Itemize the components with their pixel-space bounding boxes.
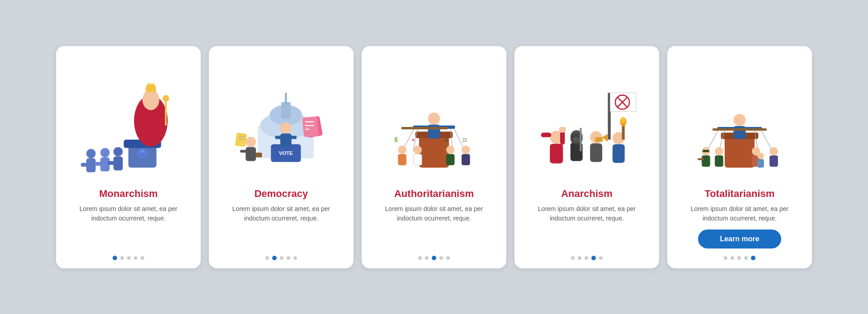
dot-3[interactable] — [744, 256, 748, 260]
dot-0[interactable] — [418, 256, 422, 260]
svg-point-111 — [769, 147, 778, 155]
dot-2[interactable] — [585, 256, 588, 260]
svg-rect-38 — [245, 147, 256, 161]
svg-text:$: $ — [394, 136, 398, 143]
card-monarchism-body: Lorem ipsum dolor sit amet, ea per indoc… — [56, 204, 201, 248]
dot-1[interactable] — [425, 256, 429, 260]
svg-rect-87 — [613, 144, 625, 163]
svg-rect-40 — [255, 152, 262, 157]
svg-rect-54 — [401, 127, 448, 129]
card-totalitarianism: Totalitarianism Lorem ipsum dolor sit am… — [667, 46, 812, 268]
dot-0[interactable] — [724, 256, 727, 260]
illustration-totalitarianism — [667, 46, 812, 182]
dot-4[interactable] — [599, 256, 603, 260]
dot-1[interactable] — [578, 256, 581, 260]
svg-point-3 — [142, 89, 159, 110]
svg-rect-62 — [462, 154, 470, 165]
illustration-monarchism — [56, 46, 201, 182]
dot-2[interactable] — [280, 256, 283, 260]
svg-rect-85 — [595, 137, 603, 141]
card-totalitarianism-title: Totalitarianism — [698, 188, 782, 200]
dot-0[interactable] — [571, 256, 575, 260]
svg-point-90 — [622, 117, 625, 122]
card-monarchism: Monarchism Lorem ipsum dolor sit amet, e… — [56, 46, 201, 268]
svg-text:+: + — [411, 137, 415, 143]
svg-rect-15 — [94, 162, 103, 165]
card-monarchism-title: Monarchism — [92, 188, 165, 200]
svg-point-59 — [446, 145, 455, 154]
illustration-anarchism — [514, 46, 659, 182]
dot-1[interactable] — [731, 256, 734, 260]
card-authoritarianism-title: Authoritarianism — [387, 188, 481, 200]
dot-2[interactable] — [737, 256, 741, 260]
learn-more-button[interactable]: Learn more — [698, 230, 781, 248]
svg-point-10 — [86, 149, 96, 158]
svg-rect-4 — [146, 87, 156, 92]
dot-4[interactable] — [751, 256, 755, 260]
svg-rect-29 — [280, 133, 292, 146]
dot-2[interactable] — [432, 256, 436, 260]
svg-text:★: ★ — [444, 138, 448, 143]
card-democracy-dots — [265, 256, 297, 260]
card-anarchism-dots — [571, 256, 603, 260]
card-democracy: VOTE — [209, 46, 354, 268]
dot-1[interactable] — [272, 256, 277, 260]
svg-rect-33 — [302, 116, 319, 137]
dot-3[interactable] — [287, 256, 290, 260]
card-authoritarianism: $ + ⚖ ★ Authoritarianism Lorem ipsum dol… — [362, 46, 506, 268]
svg-rect-76 — [559, 127, 566, 132]
dot-3[interactable] — [591, 256, 596, 260]
svg-rect-94 — [734, 126, 746, 139]
dot-3[interactable] — [134, 256, 137, 260]
dot-4[interactable] — [293, 256, 297, 260]
dot-4[interactable] — [446, 256, 450, 260]
svg-point-37 — [245, 136, 256, 147]
card-democracy-body: Lorem ipsum dolor sit amet, ea per indoc… — [209, 204, 354, 248]
dot-3[interactable] — [439, 256, 443, 260]
svg-rect-110 — [757, 159, 764, 168]
svg-rect-103 — [702, 155, 710, 167]
svg-point-9 — [163, 95, 169, 101]
card-democracy-title: Democracy — [247, 188, 316, 200]
svg-point-13 — [100, 148, 110, 157]
cards-container: Monarchism Lorem ipsum dolor sit amet, e… — [0, 33, 868, 281]
svg-rect-113 — [698, 158, 704, 160]
svg-rect-56 — [398, 154, 406, 165]
dot-2[interactable] — [127, 256, 131, 260]
svg-point-105 — [715, 147, 723, 155]
svg-rect-47 — [428, 124, 440, 138]
svg-rect-104 — [703, 150, 709, 152]
card-anarchism: Anarchism Lorem ipsum dolor sit amet, ea… — [514, 46, 659, 268]
svg-rect-83 — [590, 143, 602, 162]
dot-0[interactable] — [113, 256, 117, 260]
svg-rect-18 — [107, 161, 116, 164]
svg-rect-12 — [80, 163, 88, 166]
svg-rect-25 — [285, 93, 287, 104]
dot-0[interactable] — [265, 256, 269, 260]
svg-point-93 — [734, 114, 746, 126]
svg-rect-30 — [275, 136, 282, 139]
svg-rect-60 — [446, 154, 455, 165]
svg-rect-101 — [712, 128, 767, 131]
dot-4[interactable] — [141, 256, 144, 260]
dot-1[interactable] — [120, 256, 124, 260]
svg-point-109 — [757, 152, 764, 159]
card-authoritarianism-dots — [418, 256, 450, 260]
svg-rect-31 — [290, 136, 297, 139]
svg-rect-73 — [550, 144, 563, 163]
svg-rect-8 — [165, 99, 167, 125]
card-totalitarianism-dots — [724, 256, 755, 260]
illustration-democracy: VOTE — [209, 46, 354, 182]
svg-point-28 — [280, 122, 292, 133]
svg-rect-24 — [281, 102, 291, 118]
svg-point-55 — [398, 145, 406, 154]
svg-text:⚖: ⚖ — [462, 136, 467, 143]
card-authoritarianism-body: Lorem ipsum dolor sit amet, ea per indoc… — [362, 204, 506, 248]
svg-rect-39 — [240, 150, 246, 152]
svg-rect-112 — [769, 155, 778, 167]
svg-point-80 — [573, 136, 580, 142]
card-anarchism-title: Anarchism — [554, 188, 620, 200]
svg-rect-81 — [580, 128, 581, 151]
svg-point-46 — [428, 112, 440, 124]
svg-rect-41 — [235, 132, 247, 147]
